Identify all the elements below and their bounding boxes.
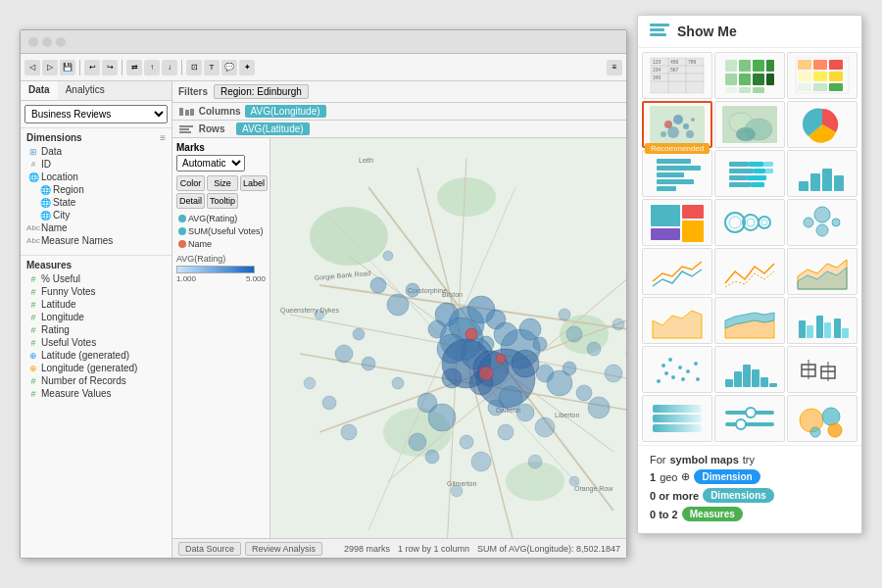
marks-type-select[interactable]: Automatic xyxy=(176,155,245,172)
status-size: 1 row by 1 column xyxy=(398,544,469,554)
legend-title: AVG(Rating) xyxy=(176,254,266,264)
chart-circles[interactable] xyxy=(714,199,785,246)
chart-heat-map[interactable] xyxy=(714,52,785,99)
chart-histogram[interactable] xyxy=(714,346,785,393)
status-tab-datasource[interactable]: Data Source xyxy=(178,542,241,556)
chart-line[interactable] xyxy=(642,248,712,295)
measure-rating-label: Rating xyxy=(41,324,70,335)
data-source-select[interactable]: Business Reviews xyxy=(24,105,168,123)
forward-icon[interactable]: ▷ xyxy=(42,60,58,75)
chart-bar-h[interactable]: Recommended xyxy=(642,150,712,197)
chart-gradient-bars[interactable] xyxy=(642,395,712,442)
window-btn-2[interactable] xyxy=(42,37,52,47)
svg-rect-112 xyxy=(725,87,737,93)
footer-for-text: For xyxy=(650,454,666,466)
chart-treemap[interactable] xyxy=(642,199,712,246)
measure-icon-9: # xyxy=(28,376,38,386)
filter-pill-region[interactable]: Region: Edinburgh xyxy=(214,84,309,99)
chart-text-table[interactable]: 123 456 789 234 567 345 xyxy=(642,52,712,99)
chart-box[interactable] xyxy=(787,346,858,393)
content-area: Filters Region: Edinburgh Columns AVG(Lo… xyxy=(172,81,626,558)
status-tab-review[interactable]: Review Analysis xyxy=(245,542,322,556)
chart-pie[interactable] xyxy=(787,101,858,148)
redo-icon[interactable]: ↪ xyxy=(102,60,118,75)
label-icon[interactable]: T xyxy=(204,60,220,75)
svg-rect-138 xyxy=(657,159,691,164)
svg-rect-121 xyxy=(829,72,843,81)
svg-point-136 xyxy=(736,127,756,141)
measure-rating: # Rating xyxy=(26,323,166,336)
svg-text:345: 345 xyxy=(653,74,662,80)
measure-pct-label: % Useful xyxy=(41,273,80,284)
svg-rect-113 xyxy=(739,87,751,93)
chart-bar-side[interactable] xyxy=(787,150,858,197)
svg-point-52 xyxy=(406,283,419,297)
dim-measure-names: Abc Measure Names xyxy=(26,234,166,247)
undo-icon[interactable]: ↩ xyxy=(84,60,100,75)
tab-analytics[interactable]: Analytics xyxy=(58,81,113,100)
size-btn[interactable]: Size xyxy=(207,175,238,191)
map-area[interactable]: Gorgie Bank Road Queensferry Dykes Corst… xyxy=(270,138,626,538)
chart-area-stacked[interactable] xyxy=(714,297,785,344)
chart-scatter[interactable] xyxy=(642,346,712,393)
chart-bubble[interactable] xyxy=(787,395,858,442)
name-icon xyxy=(178,240,186,248)
chart-area[interactable] xyxy=(787,248,858,295)
svg-point-179 xyxy=(671,375,675,379)
svg-point-181 xyxy=(686,369,690,373)
chart-bars-grouped[interactable] xyxy=(787,297,858,344)
columns-pill[interactable]: AVG(Longitude) xyxy=(245,105,326,118)
globe-icon-3: 🌐 xyxy=(40,198,50,208)
show-me-grid: 123 456 789 234 567 345 xyxy=(638,48,861,445)
svg-rect-107 xyxy=(766,60,774,72)
svg-rect-150 xyxy=(747,175,766,180)
chart-area-single[interactable] xyxy=(642,297,712,344)
sort-desc-icon[interactable]: ↓ xyxy=(162,60,177,75)
sidebar-search: Business Reviews xyxy=(21,101,172,128)
sort-asc-icon[interactable]: ↑ xyxy=(144,60,160,75)
show-me-footer: For symbol maps try 1 geo ⊕ Dimension 0 … xyxy=(638,445,861,533)
filter-bar: Filters Region: Edinburgh xyxy=(172,81,626,103)
status-marks: 2998 marks xyxy=(344,544,390,554)
svg-point-88 xyxy=(528,455,542,468)
svg-rect-146 xyxy=(729,169,754,173)
detail-btn[interactable]: Detail xyxy=(176,193,205,209)
svg-point-132 xyxy=(691,118,695,122)
sum-useful-label: SUM(Useful Votes) xyxy=(188,226,264,236)
svg-rect-141 xyxy=(657,179,694,184)
chart-filled-map[interactable] xyxy=(714,101,785,148)
chart-side-circles[interactable] xyxy=(787,199,858,246)
swap-icon[interactable]: ⇄ xyxy=(126,60,142,75)
show-me-icon[interactable]: ≡ xyxy=(607,60,622,75)
window-btn-1[interactable] xyxy=(28,37,38,47)
globe-icon-2: 🌐 xyxy=(40,185,50,195)
svg-point-61 xyxy=(466,328,477,340)
chart-bar-stacked[interactable] xyxy=(714,150,785,197)
recommended-badge: Recommended xyxy=(645,143,710,154)
chart-slider[interactable] xyxy=(714,395,785,442)
save-icon[interactable]: 💾 xyxy=(60,60,75,75)
rows-pill[interactable]: AVG(Latitude) xyxy=(236,122,310,135)
svg-point-186 xyxy=(668,358,672,362)
svg-point-184 xyxy=(681,377,685,381)
svg-rect-175 xyxy=(834,318,841,338)
chart-symbol-map[interactable] xyxy=(642,101,712,148)
window-btn-3[interactable] xyxy=(56,37,66,47)
back-icon[interactable]: ◁ xyxy=(24,60,40,75)
color-btn[interactable]: Color xyxy=(176,175,205,191)
tooltip-icon[interactable]: 💬 xyxy=(221,60,237,75)
rows-shelf: Rows AVG(Latitude) xyxy=(172,121,626,138)
svg-point-60 xyxy=(516,404,534,421)
tab-data[interactable]: Data xyxy=(21,81,58,100)
label-btn[interactable]: Label xyxy=(240,175,268,191)
sum-useful-icon xyxy=(178,227,186,235)
highlight-icon[interactable]: ✦ xyxy=(239,60,255,75)
chart-highlight-table[interactable] xyxy=(787,52,858,99)
fit-icon[interactable]: ⊡ xyxy=(186,60,202,75)
dimensions-sort-icon[interactable]: ≡ xyxy=(160,132,166,143)
tooltip-btn[interactable]: Tooltip xyxy=(207,193,238,209)
svg-point-48 xyxy=(512,350,539,377)
svg-point-72 xyxy=(383,251,393,261)
chart-dual-line[interactable] xyxy=(714,248,785,295)
svg-text:Queensferry Dykes: Queensferry Dykes xyxy=(280,307,339,315)
